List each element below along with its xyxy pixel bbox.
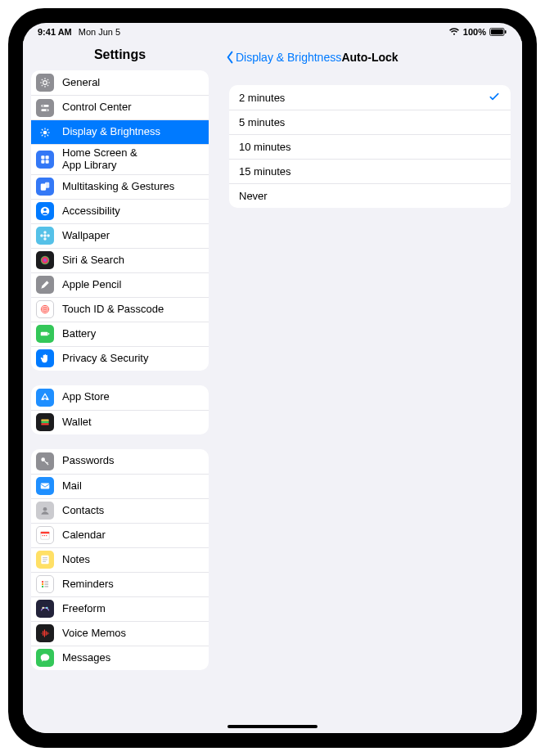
sidebar-item-label: Notes xyxy=(62,554,200,566)
sidebar-scroll[interactable]: GeneralControl CenterDisplay & Brightnes… xyxy=(23,70,217,733)
sidebar-item-home-screen[interactable]: Home Screen & App Library xyxy=(31,144,209,174)
svg-rect-9 xyxy=(41,155,44,159)
sidebar-item-label: Apple Pencil xyxy=(62,279,200,291)
sidebar-item-calendar[interactable]: Calendar xyxy=(31,523,209,547)
svg-point-42 xyxy=(42,586,43,587)
switches-icon xyxy=(36,99,54,117)
sidebar-item-label: Control Center xyxy=(62,101,200,114)
autolock-option[interactable]: Never xyxy=(229,183,511,208)
svg-rect-2 xyxy=(505,30,507,34)
svg-rect-11 xyxy=(41,160,44,164)
sidebar-item-freeform[interactable]: Freeform xyxy=(31,596,209,621)
screen: 9:41 AM Mon Jun 5 100% Settings GeneralC… xyxy=(23,23,522,733)
sidebar-item-label: Battery xyxy=(62,328,200,340)
notes-icon xyxy=(36,551,54,569)
sidebar-item-voicememos[interactable]: Voice Memos xyxy=(31,621,209,646)
voice-icon xyxy=(36,624,54,642)
svg-point-24 xyxy=(43,307,47,312)
svg-point-25 xyxy=(44,308,46,310)
sidebar-item-privacy[interactable]: Privacy & Security xyxy=(31,346,209,371)
svg-point-3 xyxy=(43,81,47,85)
sidebar-group: GeneralControl CenterDisplay & Brightnes… xyxy=(31,70,209,371)
svg-rect-28 xyxy=(41,420,48,421)
sidebar-item-siri[interactable]: Siri & Search xyxy=(31,248,209,272)
sidebar-item-label: App Store xyxy=(62,391,200,403)
svg-point-20 xyxy=(40,235,43,238)
wallet-icon xyxy=(36,413,54,431)
svg-rect-38 xyxy=(46,535,47,536)
status-date: Mon Jun 5 xyxy=(79,27,120,37)
sidebar-item-notes[interactable]: Notes xyxy=(31,547,209,572)
svg-point-7 xyxy=(46,109,47,110)
autolock-option[interactable]: 2 minutes xyxy=(229,85,511,110)
svg-point-6 xyxy=(43,105,44,106)
sidebar-item-general[interactable]: General xyxy=(31,70,209,95)
settings-sidebar: Settings GeneralControl CenterDisplay & … xyxy=(23,41,218,733)
svg-rect-36 xyxy=(43,535,43,536)
detail-pane: Display & Brightness Auto-Lock 2 minutes… xyxy=(218,41,522,733)
checkmark-icon xyxy=(488,90,501,106)
sidebar-item-wallpaper[interactable]: Wallpaper xyxy=(31,223,209,248)
appstore-icon xyxy=(36,389,54,407)
sidebar-item-reminders[interactable]: Reminders xyxy=(31,572,209,596)
sidebar-item-label: Freeform xyxy=(62,603,200,615)
svg-point-18 xyxy=(43,232,47,235)
autolock-option[interactable]: 10 minutes xyxy=(229,134,511,159)
sidebar-item-battery[interactable]: Battery xyxy=(31,322,209,346)
autolock-option[interactable]: 5 minutes xyxy=(229,110,511,134)
freeform-icon xyxy=(36,600,54,618)
wifi-icon xyxy=(448,28,460,36)
svg-rect-35 xyxy=(41,532,50,533)
battery-percent: 100% xyxy=(463,27,486,37)
svg-rect-27 xyxy=(48,333,49,335)
home-indicator[interactable] xyxy=(227,725,318,728)
svg-point-19 xyxy=(43,238,47,241)
option-label: Never xyxy=(239,190,268,202)
sidebar-item-label: Calendar xyxy=(62,529,200,542)
detail-title: Auto-Lock xyxy=(341,51,398,64)
grid-icon xyxy=(36,151,54,169)
back-button[interactable]: Display & Brightness xyxy=(226,51,341,64)
svg-rect-32 xyxy=(41,484,50,489)
reminders-icon xyxy=(36,575,54,593)
sidebar-item-label: Wallpaper xyxy=(62,230,200,242)
sidebar-item-label: Reminders xyxy=(62,578,200,591)
svg-point-40 xyxy=(42,581,43,583)
status-time: 9:41 AM xyxy=(38,27,72,37)
sidebar-item-display[interactable]: Display & Brightness xyxy=(31,119,209,144)
svg-point-21 xyxy=(47,235,50,238)
siri-icon xyxy=(36,251,54,269)
sidebar-title: Settings xyxy=(23,41,217,70)
sidebar-item-appstore[interactable]: App Store xyxy=(31,385,209,410)
sidebar-item-control-center[interactable]: Control Center xyxy=(31,95,209,119)
autolock-option[interactable]: 15 minutes xyxy=(229,159,511,183)
sidebar-item-label: Mail xyxy=(62,480,200,493)
sidebar-item-wallet[interactable]: Wallet xyxy=(31,410,209,434)
svg-point-17 xyxy=(43,235,47,238)
flower-icon xyxy=(36,227,54,245)
sidebar-item-pencil[interactable]: Apple Pencil xyxy=(31,272,209,297)
svg-point-22 xyxy=(41,256,50,265)
messages-icon xyxy=(36,649,54,667)
battery-icon xyxy=(489,28,507,36)
hand-icon xyxy=(36,349,54,367)
key-icon xyxy=(36,452,54,470)
gear-icon xyxy=(36,74,54,92)
sidebar-item-passwords[interactable]: Passwords xyxy=(31,449,209,474)
option-label: 10 minutes xyxy=(239,141,291,153)
sidebar-item-label: Display & Brightness xyxy=(62,126,200,138)
sidebar-item-accessibility[interactable]: Accessibility xyxy=(31,199,209,223)
sidebar-item-multitask[interactable]: Multitasking & Gestures xyxy=(31,174,209,199)
sidebar-item-touchid[interactable]: Touch ID & Passcode xyxy=(31,297,209,322)
option-label: 5 minutes xyxy=(239,116,285,128)
svg-point-43 xyxy=(43,607,44,609)
svg-rect-12 xyxy=(46,160,49,164)
sidebar-item-contacts[interactable]: Contacts xyxy=(31,498,209,523)
finger-icon xyxy=(36,300,54,318)
sidebar-item-mail[interactable]: Mail xyxy=(31,474,209,498)
chevron-left-icon xyxy=(226,51,234,64)
sidebar-item-label: Touch ID & Passcode xyxy=(62,304,200,316)
sidebar-item-messages[interactable]: Messages xyxy=(31,646,209,670)
sidebar-item-label: Voice Memos xyxy=(62,628,200,640)
sidebar-item-label: Contacts xyxy=(62,505,200,517)
